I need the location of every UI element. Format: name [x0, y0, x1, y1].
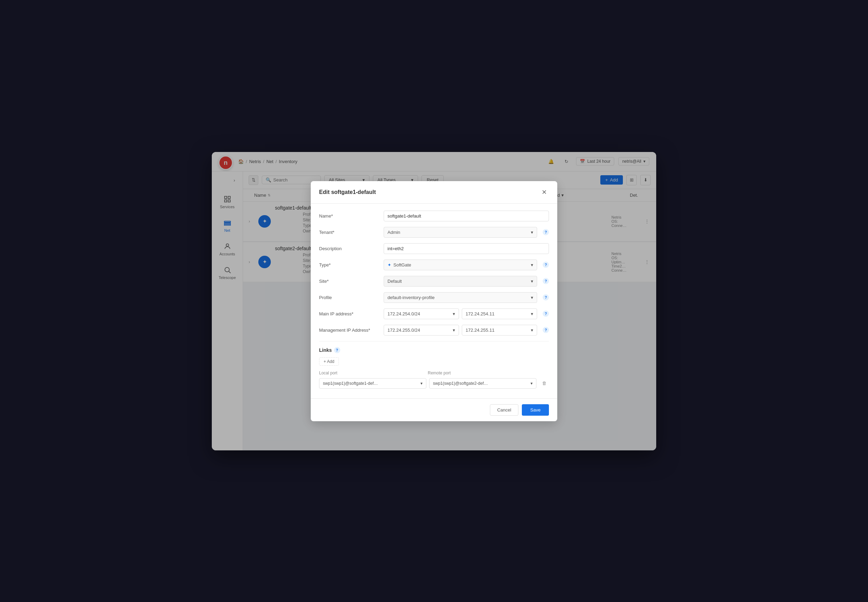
modal-title: Edit softgate1-default — [319, 189, 376, 195]
mgmt-ip-field-row: Management IP Address* 172.24.255.0/24 ▾… — [319, 325, 549, 336]
tenant-value: Admin — [388, 230, 400, 235]
mgmt-ip-label: Management IP Address* — [319, 327, 378, 333]
tenant-field-row: Tenant* Admin ▾ ? — [319, 227, 549, 238]
mgmt-ip-subnet-select[interactable]: 172.24.255.0/24 ▾ — [384, 325, 459, 336]
mgmt-ip-addr-value: 172.24.255.11 — [466, 327, 494, 333]
site-value: Default — [388, 279, 402, 284]
remote-port-select[interactable]: swp1(swp1)@softgate2-def… ▾ — [429, 378, 536, 389]
main-ip-addr-select[interactable]: 172.24.254.11 ▾ — [462, 309, 537, 319]
local-port-select[interactable]: swp1(swp1)@softgate1-def… ▾ — [319, 378, 426, 389]
tenant-label: Tenant* — [319, 230, 378, 235]
mgmt-ip-subnet-value: 172.24.255.0/24 — [388, 327, 420, 333]
add-link-button[interactable]: + Add — [319, 357, 339, 366]
profile-value: default-inventory-profile — [388, 295, 435, 300]
mgmt-ip-addr-chevron: ▾ — [531, 327, 533, 333]
type-value: SoftGate — [393, 262, 411, 267]
links-section-label: Links — [319, 347, 332, 353]
main-ip-addr-chevron: ▾ — [531, 311, 533, 316]
tenant-select[interactable]: Admin ▾ — [384, 227, 537, 238]
profile-chevron-icon: ▾ — [531, 295, 533, 300]
description-label: Description — [319, 246, 378, 251]
links-section: Links ? + Add Local port Remote port swp… — [319, 341, 549, 389]
profile-label: Profile — [319, 295, 378, 300]
mgmt-ip-subnet-chevron: ▾ — [453, 327, 455, 333]
description-field-row: Description 2) Type interface name — [319, 243, 549, 254]
local-port-value: swp1(swp1)@softgate1-def… — [323, 381, 378, 386]
main-ip-subnet-chevron: ▾ — [453, 311, 455, 316]
softgate-icon: ✦ — [388, 262, 391, 267]
name-field-row: Name* — [319, 210, 549, 221]
save-button[interactable]: Save — [522, 404, 549, 416]
type-chevron-icon: ▾ — [531, 262, 533, 267]
remote-port-chevron: ▾ — [531, 381, 532, 386]
modal-footer: Cancel Save 3) Save — [311, 398, 557, 421]
delete-link-button[interactable]: 🗑 — [539, 379, 549, 388]
mgmt-ip-help-icon[interactable]: ? — [543, 327, 549, 333]
site-help-icon[interactable]: ? — [543, 278, 549, 284]
remote-port-col-label: Remote port — [428, 370, 531, 375]
profile-field-row: Profile default-inventory-profile ▾ ? — [319, 292, 549, 303]
local-port-chevron: ▾ — [420, 381, 423, 386]
type-field-row: Type* ✦ SoftGate ▾ ? — [319, 260, 549, 270]
main-ip-label: Main IP address* — [319, 311, 378, 316]
name-label: Name* — [319, 213, 378, 219]
main-ip-addr-value: 172.24.254.11 — [466, 311, 494, 316]
description-input[interactable] — [384, 243, 549, 254]
main-ip-subnet-select[interactable]: 172.24.254.0/24 ▾ — [384, 309, 459, 319]
modal-close-button[interactable]: ✕ — [539, 187, 549, 197]
modal-overlay[interactable]: Edit softgate1-default ✕ Name* Tenant* A… — [0, 0, 868, 602]
site-label: Site* — [319, 279, 378, 284]
profile-select[interactable]: default-inventory-profile ▾ — [384, 292, 537, 303]
type-label: Type* — [319, 262, 378, 267]
cancel-button[interactable]: Cancel — [490, 404, 519, 416]
tenant-help-icon[interactable]: ? — [543, 229, 549, 235]
name-input[interactable] — [384, 210, 549, 221]
modal-body: Name* Tenant* Admin ▾ ? Description — [311, 204, 557, 398]
local-port-col-label: Local port — [319, 370, 422, 375]
main-ip-field-row: Main IP address* 172.24.254.0/24 ▾ 172.2… — [319, 309, 549, 319]
modal-header: Edit softgate1-default ✕ — [311, 181, 557, 204]
site-field-row: Site* Default ▾ ? — [319, 276, 549, 287]
links-help-icon[interactable]: ? — [334, 347, 340, 353]
main-ip-help-icon[interactable]: ? — [543, 310, 549, 317]
edit-modal: Edit softgate1-default ✕ Name* Tenant* A… — [311, 181, 557, 421]
profile-help-icon[interactable]: ? — [543, 294, 549, 301]
site-select[interactable]: Default ▾ — [384, 276, 537, 287]
link-row: swp1(swp1)@softgate1-def… ▾ swp1(swp1)@s… — [319, 378, 549, 389]
tenant-chevron-icon: ▾ — [531, 230, 533, 235]
mgmt-ip-addr-select[interactable]: 172.24.255.11 ▾ — [462, 325, 537, 336]
type-help-icon[interactable]: ? — [543, 262, 549, 268]
remote-port-value: swp1(swp1)@softgate2-def… — [433, 381, 488, 386]
type-select[interactable]: ✦ SoftGate ▾ — [384, 260, 537, 270]
site-chevron-icon: ▾ — [531, 279, 533, 284]
main-ip-subnet-value: 172.24.254.0/24 — [388, 311, 420, 316]
